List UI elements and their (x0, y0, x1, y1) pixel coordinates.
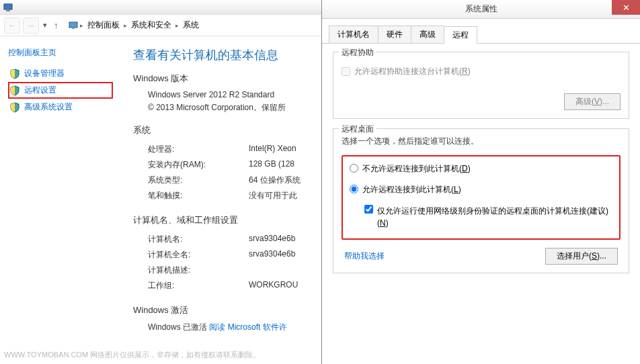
help-choose-link[interactable]: 帮助我选择 (344, 251, 385, 262)
system-row: 安装内存(RAM):128 GB (128 (133, 157, 321, 173)
svg-rect-1 (6, 10, 10, 11)
sidebar-item-device-manager[interactable]: 设备管理器 (8, 65, 113, 82)
computer-icon (68, 20, 79, 31)
section-title: Windows 激活 (133, 304, 321, 316)
tab-remote[interactable]: 远程 (444, 26, 477, 44)
row-value: 没有可用于此 (249, 190, 321, 201)
nla-checkbox-row[interactable]: 仅允许运行使用网络级别身份验证的远程桌面的计算机连接(建议)(N) (364, 205, 612, 229)
radio-allow-row[interactable]: 允许远程连接到此计算机(L) (350, 184, 612, 195)
radio-label: 允许远程连接到此计算机(L) (362, 184, 461, 195)
nav-bar: ← → ▾ ↑ ▸ 控制面板 ▸ 系统和安全 ▸ 系统 (0, 15, 321, 36)
section-windows-version: Windows 版本 Windows Server 2012 R2 Standa… (133, 73, 321, 113)
nav-forward-button[interactable]: → (23, 17, 39, 34)
activation-status: Windows 已激活 阅读 Microsoft 软件许 (133, 322, 321, 333)
cp-titlebar (0, 0, 321, 15)
group-title: 远程桌面 (339, 124, 376, 135)
chevron-right-icon[interactable]: ▸ (124, 22, 127, 29)
nav-history-dropdown[interactable]: ▾ (42, 21, 48, 30)
computer-row: 计算机全名:srva9304e6b (133, 247, 321, 263)
radio-deny-row[interactable]: 不允许远程连接到此计算机(D) (350, 163, 612, 175)
license-terms-link[interactable]: 阅读 Microsoft 软件许 (209, 322, 286, 332)
group-remote-assistance: 远程协助 允许远程协助连接这台计算机(R) 高级(V)... (333, 52, 629, 119)
tab-content-remote: 远程协助 允许远程协助连接这台计算机(R) 高级(V)... 远程桌面 选择一个… (322, 44, 640, 291)
row-label: 安装内存(RAM): (148, 159, 249, 171)
watermark-text: WWW.TOYMOBAN.COM 网络图片仅供展示，非存储，如有侵权请联系删除。 (4, 350, 260, 360)
svg-rect-2 (69, 22, 77, 28)
sidebar-item-label: 远程设置 (24, 85, 56, 96)
row-label: 系统类型: (148, 175, 249, 186)
chevron-right-icon[interactable]: ▸ (175, 22, 179, 29)
section-computer-name: 计算机名、域和工作组设置 计算机名:srva9304e6b 计算机全名:srva… (133, 214, 321, 293)
section-system: 系统 处理器:Intel(R) Xeon 安装内存(RAM):128 GB (1… (133, 124, 321, 203)
copyright-text: © 2013 Microsoft Corporation。保留所 (133, 102, 321, 113)
row-value: 128 GB (128 (249, 159, 321, 171)
shield-icon (9, 85, 20, 96)
breadcrumb-part[interactable]: 控制面板 (85, 18, 122, 32)
row-label: 计算机全名: (148, 249, 249, 261)
nav-up-button[interactable]: ↑ (51, 20, 61, 30)
group-remote-desktop: 远程桌面 选择一个选项，然后指定谁可以连接。 不允许远程连接到此计算机(D) 允… (333, 128, 629, 273)
svg-rect-3 (72, 28, 75, 29)
assist-advanced-button: 高级(V)... (564, 93, 621, 110)
windows-edition: Windows Server 2012 R2 Standard (133, 90, 321, 99)
allow-remote-assist-checkbox (342, 67, 350, 76)
tab-computer-name[interactable]: 计算机名 (329, 26, 378, 43)
section-title: 系统 (133, 124, 321, 136)
cp-main: 查看有关计算机的基本信息 Windows 版本 Windows Server 2… (121, 36, 321, 364)
assist-button-row: 高级(V)... (342, 93, 621, 110)
sidebar-home-link[interactable]: 控制面板主页 (8, 47, 113, 58)
remote-desktop-prompt: 选择一个选项，然后指定谁可以连接。 (342, 136, 621, 147)
tab-hardware[interactable]: 硬件 (378, 26, 411, 43)
sidebar-item-label: 设备管理器 (24, 68, 65, 79)
remote-desktop-footer: 帮助我选择 选择用户(S)... (342, 248, 621, 265)
nla-checkbox[interactable] (364, 205, 373, 214)
page-title: 查看有关计算机的基本信息 (133, 47, 321, 63)
section-title: Windows 版本 (133, 73, 321, 85)
row-value: Intel(R) Xeon (249, 144, 321, 155)
tab-strip: 计算机名 硬件 高级 远程 (322, 19, 640, 44)
row-label: 处理器: (148, 144, 249, 155)
system-icon (3, 2, 13, 13)
tab-advanced[interactable]: 高级 (411, 26, 444, 43)
system-row: 系统类型:64 位操作系统 (133, 173, 321, 188)
remote-desktop-radio-group: 不允许远程连接到此计算机(D) 允许远程连接到此计算机(L) 仅允许运行使用网络… (342, 155, 621, 240)
close-button[interactable]: ✕ (612, 0, 640, 15)
computer-row: 工作组:WORKGROU (133, 278, 321, 293)
close-icon: ✕ (623, 3, 630, 13)
nav-back-button[interactable]: ← (4, 17, 20, 34)
shield-icon (9, 69, 20, 79)
row-label: 计算机描述: (148, 265, 249, 276)
system-row: 笔和触摸:没有可用于此 (133, 188, 321, 203)
group-title: 远程协助 (339, 47, 376, 58)
computer-row: 计算机名:srva9304e6b (133, 232, 321, 247)
row-value: srva9304e6b (249, 234, 321, 245)
checkbox-label: 仅允许运行使用网络级别身份验证的远程桌面的计算机连接(建议)(N) (377, 205, 612, 229)
select-users-button[interactable]: 选择用户(S)... (545, 248, 618, 265)
row-label: 笔和触摸: (148, 190, 249, 201)
dialog-title: 系统属性 (322, 3, 640, 15)
sp-titlebar: 系统属性 ✕ (322, 0, 640, 19)
sidebar-item-remote-settings[interactable]: 远程设置 (8, 82, 113, 99)
svg-rect-0 (4, 4, 12, 9)
shield-icon (9, 102, 20, 113)
sidebar-item-advanced-settings[interactable]: 高级系统设置 (8, 99, 113, 116)
radio-deny-remote[interactable] (350, 164, 358, 173)
row-label: 计算机名: (148, 234, 249, 245)
breadcrumb: ▸ 控制面板 ▸ 系统和安全 ▸ 系统 (68, 18, 202, 32)
row-value: 64 位操作系统 (249, 175, 321, 186)
cp-body: 控制面板主页 设备管理器 远程设置 高级系统设置 查看有关计算机的基本信息 Wi… (0, 36, 321, 364)
system-row: 处理器:Intel(R) Xeon (133, 142, 321, 157)
section-activation: Windows 激活 Windows 已激活 阅读 Microsoft 软件许 (133, 304, 321, 333)
section-title: 计算机名、域和工作组设置 (133, 214, 321, 226)
row-label: 工作组: (148, 280, 249, 291)
chevron-right-icon[interactable]: ▸ (80, 22, 83, 29)
control-panel-window: ← → ▾ ↑ ▸ 控制面板 ▸ 系统和安全 ▸ 系统 控制面板主页 设备管理器… (0, 0, 321, 364)
remote-assist-checkbox-row: 允许远程协助连接这台计算机(R) (342, 66, 621, 77)
system-properties-dialog: 系统属性 ✕ 计算机名 硬件 高级 远程 远程协助 允许远程协助连接这台计算机(… (321, 0, 640, 364)
row-value (249, 265, 321, 276)
computer-row: 计算机描述: (133, 263, 321, 278)
activation-text: Windows 已激活 (148, 322, 209, 332)
breadcrumb-part[interactable]: 系统 (180, 18, 202, 32)
radio-allow-remote[interactable] (350, 185, 358, 193)
breadcrumb-part[interactable]: 系统和安全 (128, 18, 174, 32)
